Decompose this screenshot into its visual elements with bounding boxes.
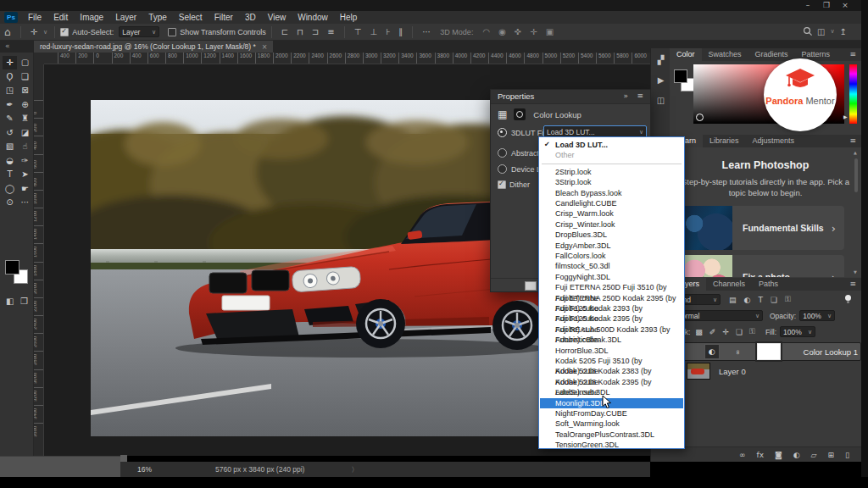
3d-camera-icon[interactable]: ▣: [542, 27, 558, 36]
auto-select-target-select[interactable]: Layer∨: [119, 26, 159, 37]
shape-tool[interactable]: ◯: [3, 182, 17, 196]
crop-tool[interactable]: ◳: [3, 84, 17, 97]
scroll-up-icon[interactable]: ▲: [854, 150, 857, 155]
move-tool[interactable]: ✛: [3, 56, 17, 69]
lock-transparency-icon[interactable]: ▩: [695, 328, 703, 336]
align-left-icon[interactable]: ⊏: [277, 27, 292, 36]
layer-mask-thumbnail[interactable]: [757, 343, 781, 360]
menu-filter[interactable]: Filter: [209, 11, 239, 24]
clone-stamp-tool[interactable]: ♜: [18, 112, 32, 125]
status-chevron-icon[interactable]: 〉: [351, 465, 358, 474]
lut-item[interactable]: Fuji REALA 500D Kodak 2393 (by Adobe).cu…: [540, 324, 683, 335]
horizontal-ruler[interactable]: 4002000200400600800100012001400160018002…: [44, 53, 650, 64]
menu-layer[interactable]: Layer: [109, 11, 142, 24]
abstract-radio[interactable]: [498, 148, 507, 158]
device-link-radio[interactable]: [498, 164, 507, 174]
align-bottom-icon[interactable]: ⊥: [365, 27, 381, 36]
home-icon[interactable]: ⌂: [0, 26, 15, 38]
lock-paint-icon[interactable]: ✐: [709, 328, 716, 336]
gradient-tool[interactable]: ▧: [3, 140, 17, 153]
menu-file[interactable]: File: [22, 11, 47, 24]
3dlut-file-radio[interactable]: [498, 128, 507, 137]
align-center-h-icon[interactable]: ⊓: [292, 27, 308, 36]
smudge-tool[interactable]: ☝: [18, 140, 32, 153]
panel-menu-icon[interactable]: ≡: [849, 135, 856, 147]
delete-layer-icon[interactable]: ▯: [845, 451, 849, 459]
minimize-button[interactable]: –: [798, 0, 817, 11]
lut-item[interactable]: TensionGreen.3DL: [540, 440, 683, 450]
lock-artboard-icon[interactable]: ❏: [736, 328, 743, 336]
lut-item[interactable]: TealOrangePlusContrast.3DL: [540, 430, 683, 440]
lut-item[interactable]: Fuji F125 Kodak 2395 (by Adobe).cube: [540, 313, 683, 324]
lut-item-other[interactable]: Other: [540, 150, 683, 160]
fill-select[interactable]: 100%∨: [780, 326, 815, 337]
lut-item[interactable]: filmstock_50.3dl: [540, 261, 683, 271]
eyedropper-tool[interactable]: ✒: [3, 98, 17, 112]
auto-select-checkbox[interactable]: [60, 28, 69, 36]
lut-item[interactable]: Kodak 5218 Kodak 2395 (by Adobe).cube: [540, 377, 683, 387]
foreground-color-swatch[interactable]: [5, 260, 19, 274]
layer-row-layer0[interactable]: ◉ Layer 0: [670, 362, 861, 380]
lock-move-icon[interactable]: ✛: [722, 328, 729, 336]
tab-libraries[interactable]: Libraries: [703, 135, 746, 147]
tab-close-icon[interactable]: ×: [262, 43, 268, 51]
filter-adjustment-layers-icon[interactable]: ◐: [744, 296, 751, 304]
panel-menu-icon[interactable]: ≡: [849, 48, 856, 61]
mask-link-icon[interactable]: ∞: [734, 349, 742, 355]
dither-checkbox[interactable]: [498, 180, 506, 189]
tab-adjustments[interactable]: Adjustments: [746, 135, 802, 147]
lut-item[interactable]: EdgyAmber.3DL: [540, 241, 683, 251]
path-selection-tool[interactable]: ➤: [18, 168, 32, 181]
lut-item[interactable]: Fuji ETERNA 250D Kodak 2395 (by Adobe).c…: [540, 293, 683, 303]
lut-item[interactable]: 2Strip.look: [540, 167, 683, 177]
panel-menu-icon[interactable]: ≡: [849, 278, 856, 291]
align-top-icon[interactable]: ⊤: [350, 27, 366, 36]
add-mask-icon[interactable]: ◙: [775, 451, 782, 459]
collapse-panels-icon[interactable]: «: [5, 42, 10, 50]
more-options-icon[interactable]: ⋯: [418, 27, 435, 36]
layer-thumbnail[interactable]: [687, 363, 710, 380]
brush-tool[interactable]: ✎: [3, 112, 17, 125]
healing-brush-tool[interactable]: ⊕: [18, 98, 32, 112]
menu-select[interactable]: Select: [173, 11, 209, 24]
learn-card-fix-a-photo[interactable]: Fix a photo ›: [678, 255, 844, 277]
workspace-chevron-icon[interactable]: ∨: [829, 28, 835, 35]
menu-edit[interactable]: Edit: [47, 11, 74, 24]
screen-mode-icon[interactable]: ❐: [20, 297, 28, 306]
lut-item[interactable]: FallColors.look: [540, 251, 683, 261]
new-layer-icon[interactable]: ⊞: [828, 451, 835, 459]
tab-swatches[interactable]: Swatches: [702, 48, 748, 61]
lut-item[interactable]: Crisp_Warm.look: [540, 208, 683, 219]
share-icon[interactable]: ↥: [836, 27, 851, 36]
marquee-tool[interactable]: ▢: [18, 56, 32, 69]
align-right-icon[interactable]: ⊐: [308, 27, 323, 36]
blend-mode-select[interactable]: Normal∨: [673, 310, 763, 321]
3d-slide-icon[interactable]: ✛: [526, 27, 541, 36]
frame-tool[interactable]: ⊠: [18, 84, 32, 97]
lut-item-load-3d-lut[interactable]: Load 3D LUT...✔: [540, 140, 683, 150]
lut-item[interactable]: Bleach Bypass.look: [540, 188, 683, 198]
document-tab[interactable]: red-luxury-sedan-road.jpg @ 16% (Color L…: [34, 41, 273, 53]
actions-panel-icon[interactable]: ▶: [651, 72, 670, 89]
zoom-tool[interactable]: ⊙: [3, 196, 17, 209]
lut-item[interactable]: NightFromDay.CUBE: [540, 408, 683, 419]
type-tool[interactable]: T: [3, 168, 17, 181]
menu-view[interactable]: View: [262, 11, 292, 24]
menu-help[interactable]: Help: [334, 11, 364, 24]
dodge-tool[interactable]: ◒: [3, 154, 17, 168]
menu-window[interactable]: Window: [292, 11, 334, 24]
history-panel-icon[interactable]: ▞: [651, 52, 670, 69]
tab-color[interactable]: Color: [670, 48, 702, 61]
3d-pan-icon[interactable]: ✜: [510, 27, 526, 36]
quick-mask-icon[interactable]: ◧: [6, 297, 14, 306]
panel-footer-mask-button[interactable]: [525, 281, 537, 291]
distribute-v-icon[interactable]: ∥: [394, 27, 407, 36]
learn-card-fundamental-skills[interactable]: Fundamental Skills ›: [678, 206, 844, 250]
collapse-panel-icon[interactable]: »: [623, 92, 628, 100]
lasso-tool[interactable]: Ϙ: [3, 70, 17, 84]
lut-item[interactable]: FuturisticBleak.3DL: [540, 335, 683, 345]
zoom-level[interactable]: 16%: [137, 465, 152, 474]
link-layers-icon[interactable]: ∞: [739, 451, 746, 459]
tool-preset-chevron-icon[interactable]: ∨: [42, 29, 49, 36]
history-brush-tool[interactable]: ↺: [3, 126, 17, 140]
